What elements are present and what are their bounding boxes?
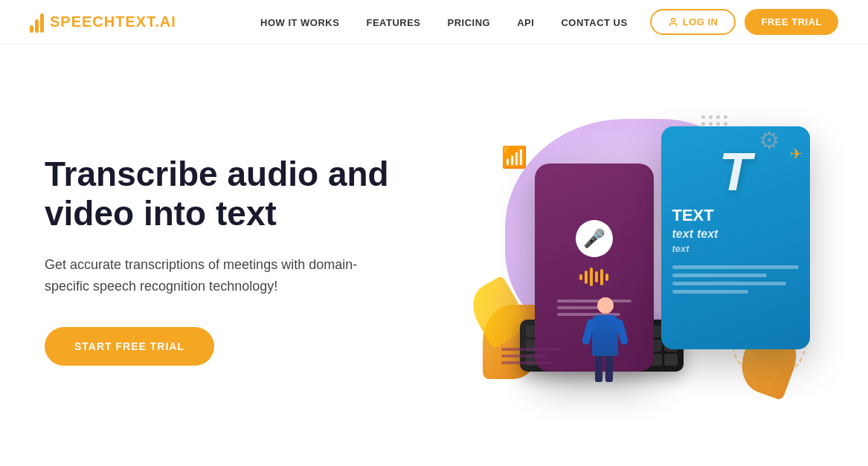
navbar: SPEECHTEXT.AI HOW IT WORKS FEATURES PRIC… [0,0,868,45]
login-button[interactable]: LOG IN [650,9,736,35]
person-arm-left [582,318,596,345]
start-free-trial-button[interactable]: START FREE TRIAL [45,327,214,366]
hero-section: Transcribe audio and video into text Get… [0,45,868,461]
text-label-4: text [672,243,689,254]
text-label-3: text [697,227,718,241]
dots-decoration [701,115,728,126]
free-trial-nav-button[interactable]: FREE TRIAL [745,9,838,35]
nav-how-it-works[interactable]: HOW IT WORKS [260,17,339,28]
person-figure [583,297,628,394]
text-label-1: TEXT [672,206,714,225]
hero-title: Transcribe audio and video into text [45,155,454,233]
tablet-lines [672,265,799,294]
person-legs [595,356,616,382]
hero-description: Get accurate transcriptions of meetings … [45,254,402,297]
text-labels: TEXT text text text [672,206,799,254]
svg-point-0 [671,18,675,22]
hero-illustration: T TEXT text text text [454,89,823,431]
audio-waves [579,266,608,288]
bottom-lines-decoration [501,348,561,364]
tablet-device: T TEXT text text text [661,126,810,349]
nav-contact-us[interactable]: CONTACT US [561,17,627,28]
person-arm-right [615,318,629,345]
person-body [592,315,618,356]
logo-text: SPEECHTEXT.AI [50,13,176,30]
nav-features[interactable]: FEATURES [366,17,420,28]
logo-waves [30,12,44,33]
hero-content: Transcribe audio and video into text Get… [45,155,454,365]
wifi-icon: 📶 [501,145,527,169]
gear-icon: ⚙ [759,126,780,155]
text-label-2: text [672,227,693,241]
nav-api[interactable]: API [517,17,534,28]
logo[interactable]: SPEECHTEXT.AI [30,12,176,33]
user-icon [668,17,678,27]
big-letter-t: T [719,145,752,198]
nav-links: HOW IT WORKS FEATURES PRICING API CONTAC… [260,16,628,29]
illustration-container: T TEXT text text text [460,104,817,416]
person-head [597,297,614,314]
microphone-icon [576,220,613,257]
nav-pricing[interactable]: PRICING [448,17,491,28]
paper-plane-icon: ✈ [790,145,803,163]
